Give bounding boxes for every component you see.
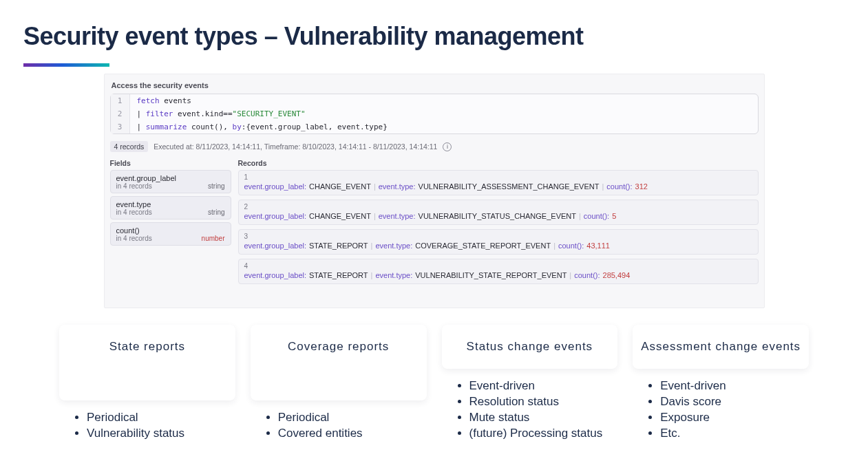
card-title: State reports (66, 340, 229, 354)
record-key: count(): (574, 271, 600, 279)
card-status-change-events: Status change events (442, 325, 618, 369)
page-title: Security event types – Vulnerability man… (23, 22, 845, 51)
field-type: string (208, 182, 224, 190)
record-key: count(): (584, 212, 609, 220)
record-key: event.type: (375, 242, 412, 250)
code-line-2: | filter event.kind=="SECURITY_EVENT" (130, 107, 313, 120)
record-key: event.group_label: (244, 182, 307, 191)
record-index: 2 (244, 203, 752, 211)
record-value: VULNERABILITY_ASSESSMENT_CHANGE_EVENT (419, 182, 600, 191)
line-number: 1 (111, 94, 130, 107)
line-number: 2 (111, 107, 130, 120)
card-title: Status change events (449, 340, 611, 354)
record-value: STATE_REPORT (309, 271, 368, 279)
card-state-reports: State reports (59, 325, 235, 400)
field-type: number (202, 235, 225, 242)
records-column: Records 1 event.group_label: CHANGE_EVEN… (238, 158, 759, 288)
query-panel: Access the security events 1 fetch event… (104, 74, 765, 308)
record-index: 4 (244, 262, 752, 270)
code-editor[interactable]: 1 fetch events 2 | filter event.kind=="S… (110, 94, 759, 134)
code-line-3: | summarize count(), by:{event.group_lab… (130, 120, 394, 133)
bullet-item: Periodical (278, 410, 427, 426)
record-count: 5 (612, 212, 616, 220)
record-count: 43,111 (586, 242, 610, 250)
field-name: event.group_label (116, 174, 225, 182)
record-value: VULNERABILITY_STATE_REPORT_EVENT (415, 271, 567, 279)
fields-column: Fields event.group_label in 4 records st… (110, 158, 231, 288)
record-row[interactable]: 1 event.group_label: CHANGE_EVENT | even… (238, 170, 759, 195)
card-bullets: Event-driven Davis score Exposure Etc. (633, 378, 809, 442)
bullet-item: Vulnerability status (87, 426, 235, 442)
record-key: event.group_label: (244, 271, 307, 279)
record-key: count(): (558, 242, 584, 250)
record-value: CHANGE_EVENT (309, 212, 371, 220)
bullet-item: Resolution status (469, 394, 618, 410)
bullet-item: Etc. (660, 426, 809, 442)
code-line-1: fetch events (130, 94, 198, 107)
record-row[interactable]: 2 event.group_label: CHANGE_EVENT | even… (238, 200, 759, 225)
bullet-item: Event-driven (469, 378, 618, 394)
records-count-badge: 4 records (110, 141, 149, 152)
bullet-item: Event-driven (660, 378, 809, 394)
record-value: STATE_REPORT (309, 242, 368, 250)
bullet-item: (future) Processing status (469, 426, 618, 442)
record-key: event.type: (379, 212, 416, 220)
card-coverage-reports: Coverage reports (251, 325, 427, 400)
record-value: CHANGE_EVENT (309, 182, 371, 191)
record-count: 285,494 (603, 271, 631, 279)
card-title: Assessment change events (639, 340, 802, 354)
record-count: 312 (635, 182, 648, 191)
record-value: COVERAGE_STATE_REPORT_EVENT (415, 242, 551, 250)
bullet-item: Mute status (469, 410, 618, 426)
summary-cards-row: State reports Periodical Vulnerability s… (59, 325, 809, 442)
accent-bar (23, 63, 109, 67)
execution-timestamp: Executed at: 8/11/2023, 14:14:11, Timefr… (154, 142, 437, 151)
record-key: event.type: (379, 182, 416, 191)
record-row[interactable]: 4 event.group_label: STATE_REPORT | even… (238, 259, 759, 284)
records-header: Records (238, 158, 759, 170)
card-bullets: Periodical Covered entities (251, 410, 427, 442)
field-type: string (208, 208, 224, 216)
card-bullets: Event-driven Resolution status Mute stat… (442, 378, 618, 442)
bullet-item: Covered entities (278, 426, 427, 442)
record-key: event.type: (375, 271, 412, 279)
field-name: event.type (116, 200, 225, 208)
bullet-item: Exposure (660, 410, 809, 426)
fields-header: Fields (110, 158, 231, 170)
bullet-item: Davis score (660, 394, 809, 410)
record-index: 1 (244, 173, 752, 181)
record-index: 3 (244, 233, 752, 240)
line-number: 3 (111, 120, 130, 133)
field-name: count() (116, 226, 225, 235)
card-assessment-change-events: Assessment change events (633, 325, 809, 369)
field-card[interactable]: event.group_label in 4 records string (110, 170, 231, 193)
card-bullets: Periodical Vulnerability status (59, 410, 235, 442)
field-card[interactable]: count() in 4 records number (110, 222, 231, 246)
info-icon[interactable]: i (443, 142, 452, 151)
record-key: count(): (606, 182, 632, 191)
record-row[interactable]: 3 event.group_label: STATE_REPORT | even… (238, 229, 759, 255)
record-key: event.group_label: (244, 242, 307, 250)
panel-caption: Access the security events (109, 80, 760, 94)
card-title: Coverage reports (257, 340, 420, 354)
field-card[interactable]: event.type in 4 records string (110, 196, 231, 219)
bullet-item: Periodical (87, 410, 235, 426)
record-key: event.group_label: (244, 212, 307, 220)
execution-status-bar: 4 records Executed at: 8/11/2023, 14:14:… (109, 138, 760, 155)
record-value: VULNERABILITY_STATUS_CHANGE_EVENT (419, 212, 576, 220)
